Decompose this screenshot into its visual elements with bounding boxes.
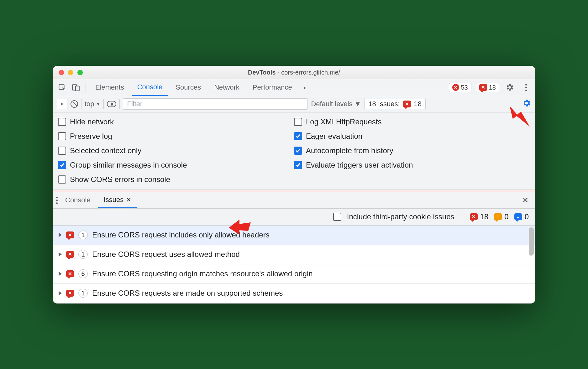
issue-row[interactable]: ✕1Ensure CORS requests are made on suppo… (53, 284, 535, 303)
setting-label: Log XMLHttpRequests (306, 117, 381, 126)
close-drawer-icon[interactable]: ✕ (519, 195, 532, 205)
console-toolbar: top▼ Filter Default levels▼ 18 Issues: ✕… (53, 96, 535, 112)
setting-checkbox[interactable] (294, 132, 302, 140)
error-count: 53 (461, 84, 468, 91)
tab-network[interactable]: Network (208, 79, 245, 96)
setting-checkbox[interactable] (58, 175, 66, 184)
issue-count-pill: 1 (78, 231, 88, 239)
issue-count-pill: 1 (78, 250, 88, 259)
console-settings-panel: Hide networkPreserve logSelected context… (53, 112, 535, 190)
setting-label: Eager evaluation (306, 132, 362, 141)
more-tabs-chevron-icon[interactable]: » (303, 84, 307, 91)
expand-triangle-icon[interactable] (59, 291, 62, 295)
error-bubble-icon: ✕ (479, 84, 487, 91)
error-circle-icon: ✕ (452, 84, 459, 91)
issue-text: Ensure CORS request uses allowed method (92, 250, 240, 259)
toggle-console-sidebar-icon[interactable] (57, 99, 67, 109)
issues-error-count[interactable]: ✕ 18 (470, 212, 489, 221)
error-bubble-icon: ✕ (470, 213, 478, 220)
error-strip (53, 190, 535, 192)
setting-checkbox[interactable] (58, 132, 66, 140)
tab-console[interactable]: Console (132, 79, 168, 96)
expand-triangle-icon[interactable] (59, 272, 62, 276)
third-party-cookies-label: Include third-party cookie issues (347, 212, 454, 221)
titlebar: DevTools - cors-errors.glitch.me/ (53, 66, 535, 79)
breaking-error-pill[interactable]: ✕ 18 (476, 83, 499, 92)
setting-label: Evaluate triggers user activation (306, 161, 413, 169)
issue-row[interactable]: ✕1Ensure CORS request uses allowed metho… (53, 245, 535, 264)
setting-checkbox[interactable] (58, 118, 66, 126)
drawer-tab-issues[interactable]: Issues ✕ (98, 192, 137, 208)
log-level-selector[interactable]: Default levels▼ (311, 100, 361, 108)
devtools-window: DevTools - cors-errors.glitch.me/ Elemen… (53, 66, 535, 304)
third-party-cookies-checkbox[interactable] (333, 213, 341, 221)
inspect-element-icon[interactable] (56, 81, 68, 93)
live-expression-icon[interactable] (107, 101, 116, 107)
error-bubble-icon: ✕ (66, 270, 74, 277)
main-tabstrip: Elements Console Sources Network Perform… (53, 79, 535, 96)
setting-label: Selected context only (70, 146, 141, 155)
issues-warning-count[interactable]: ! 0 (494, 212, 508, 221)
setting-right-2: Autocomplete from history (294, 146, 530, 155)
setting-left-4: Show CORS errors in console (58, 175, 294, 184)
drawer-tab-console[interactable]: Console (60, 192, 96, 208)
setting-checkbox[interactable] (294, 118, 302, 126)
filter-input[interactable]: Filter (123, 98, 308, 110)
scrollbar[interactable] (529, 226, 534, 303)
context-selector[interactable]: top▼ (85, 100, 100, 108)
setting-left-0: Hide network (58, 117, 294, 126)
setting-right-0: Log XMLHttpRequests (294, 117, 530, 126)
window-title: DevTools - cors-errors.glitch.me/ (53, 69, 535, 76)
setting-checkbox[interactable] (294, 147, 302, 155)
setting-label: Hide network (70, 117, 114, 126)
error-bubble-icon: ✕ (403, 101, 411, 107)
svg-rect-2 (76, 86, 79, 91)
expand-triangle-icon[interactable] (59, 233, 62, 237)
setting-right-1: Eager evaluation (294, 132, 530, 141)
issues-summary-pill[interactable]: 18 Issues: ✕ 18 (364, 99, 426, 109)
issue-text: Ensure CORS requests are made on support… (92, 289, 283, 298)
issue-text: Ensure CORS requesting origin matches re… (92, 269, 313, 278)
issue-count-pill: 6 (78, 269, 88, 278)
annotation-arrow-left-icon (229, 218, 251, 236)
error-bubble-icon: ✕ (66, 251, 74, 258)
setting-left-1: Preserve log (58, 132, 294, 141)
issue-count-pill: 1 (78, 289, 88, 298)
setting-left-3: Group similar messages in console (58, 161, 294, 169)
setting-right-3: Evaluate triggers user activation (294, 161, 530, 169)
expand-triangle-icon[interactable] (59, 252, 62, 257)
setting-checkbox[interactable] (58, 147, 66, 155)
setting-label: Autocomplete from history (306, 146, 393, 155)
issue-row[interactable]: ✕1Ensure CORS request includes only allo… (53, 226, 535, 245)
drawer-tabstrip: Console Issues ✕ ✕ (53, 192, 535, 209)
tab-performance[interactable]: Performance (247, 79, 298, 96)
close-tab-icon[interactable]: ✕ (126, 196, 131, 204)
breaking-error-count: 18 (489, 84, 496, 91)
issue-row[interactable]: ✕6Ensure CORS requesting origin matches … (53, 264, 535, 284)
setting-label: Show CORS errors in console (70, 175, 170, 184)
more-menu-icon[interactable] (520, 81, 532, 93)
issues-list: ✕1Ensure CORS request includes only allo… (53, 226, 535, 303)
device-toolbar-icon[interactable] (70, 81, 82, 93)
error-bubble-icon: ✕ (66, 290, 74, 297)
drawer-more-menu-icon[interactable] (56, 197, 58, 204)
info-bubble-icon: ≡ (514, 213, 522, 220)
clear-console-icon[interactable] (71, 100, 78, 108)
annotation-arrow-topright-icon (508, 106, 530, 128)
issues-filter-bar: Include third-party cookie issues ✕ 18 !… (53, 209, 535, 226)
error-count-pill[interactable]: ✕ 53 (449, 83, 471, 92)
error-bubble-icon: ✕ (66, 231, 74, 238)
setting-left-2: Selected context only (58, 146, 294, 155)
setting-label: Group similar messages in console (70, 161, 187, 169)
tab-elements[interactable]: Elements (90, 79, 130, 96)
tab-sources[interactable]: Sources (170, 79, 207, 96)
issues-info-count[interactable]: ≡ 0 (514, 212, 529, 221)
settings-gear-icon[interactable] (504, 81, 516, 93)
setting-label: Preserve log (70, 132, 112, 141)
warning-bubble-icon: ! (494, 213, 502, 220)
setting-checkbox[interactable] (294, 161, 302, 169)
setting-checkbox[interactable] (58, 161, 66, 169)
